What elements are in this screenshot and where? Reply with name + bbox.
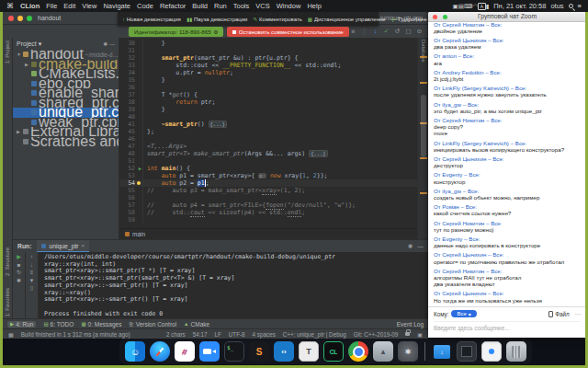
close-button[interactable] (8, 16, 14, 21)
annotate-button[interactable]: ✎Комментировать (253, 17, 301, 22)
vcs-update-icon[interactable]: ↓ (371, 28, 379, 35)
down-stack-icon[interactable]: ↓ (30, 262, 33, 268)
toolwindow-tab-cmake[interactable]: ▲CMake (184, 321, 209, 328)
run-console-output[interactable]: /Users/otus/middle-developer/course/smar… (39, 252, 428, 318)
menu-view[interactable]: View (82, 2, 96, 10)
project-panel-options-icons[interactable]: ✱ ― (103, 40, 115, 47)
search-everywhere-icon[interactable]: ⊙ (415, 28, 424, 35)
line-gutter[interactable]: 30 (119, 40, 143, 47)
minimized-window-icon[interactable] (457, 341, 477, 362)
slack-icon[interactable]: # (175, 341, 195, 362)
tree-item-handout[interactable]: ▼handout ~/middle-developer/course/sma (13, 50, 119, 60)
toolwindow-tab-6-todo[interactable]: ▤6: TODO (43, 321, 74, 328)
pause-demo-button[interactable]: ▮▮Пауза демонстрации (187, 17, 248, 22)
status-segment[interactable]: LF (214, 331, 220, 338)
menu-build[interactable]: Build (192, 2, 208, 10)
tab-favorites[interactable]: 1: Favorites (5, 288, 10, 316)
menu-refactor[interactable]: Refactor (160, 2, 186, 10)
status-segment[interactable]: Git: C++-2019-09 (354, 331, 399, 338)
scrollbar-thumb[interactable] (421, 95, 426, 157)
trash-icon[interactable] (506, 341, 526, 362)
run-header-icon[interactable]: ― (418, 243, 424, 250)
tree-item-CMakeLists.txt[interactable]: CMakeLists.txt (13, 69, 119, 79)
more-button[interactable]: •••Подробнее (391, 17, 427, 22)
tree-item-weak_ptr.cpp[interactable]: weak_ptr.cpp (13, 118, 119, 128)
stop-icon[interactable]: ■ (349, 28, 357, 35)
line-gutter[interactable]: 46 (119, 135, 143, 143)
event-log-button[interactable]: Event Log (397, 321, 424, 328)
indicator-icon[interactable]: ▣ (417, 331, 423, 338)
status-segment[interactable]: 2 chars (166, 331, 186, 338)
finder-icon[interactable]: ☺ (125, 341, 145, 362)
tab-database[interactable]: Database (421, 40, 426, 63)
stop-sharing-button[interactable]: Остановить совместное использование (227, 27, 349, 37)
menubar-user[interactable]: otus (550, 2, 563, 10)
battery-icon[interactable]: ▮ (486, 3, 490, 9)
line-gutter[interactable]: 54 (119, 179, 143, 187)
tree-item-ebo.cpp[interactable]: ebo.cpp (13, 79, 119, 89)
breadcrumb-item[interactable]: main (132, 231, 145, 237)
notification-center-icon[interactable]: ≡ (578, 2, 582, 10)
toolwindow-tab-0-messages[interactable]: ▦0: Messages (81, 321, 121, 328)
menu-code[interactable]: Code (137, 2, 153, 10)
line-gutter[interactable]: 41 (119, 121, 143, 128)
line-gutter[interactable]: 55 (119, 187, 143, 194)
line-gutter[interactable]: 51 (119, 157, 143, 165)
chat-more-button[interactable]: ··· (575, 311, 581, 317)
status-segment[interactable]: UTF-8 (229, 331, 245, 338)
line-gutter[interactable]: 39 (119, 106, 143, 113)
menu-vcs[interactable]: VCS (255, 2, 269, 10)
rollback-icon[interactable]: ↺ (393, 28, 401, 35)
diff-icon[interactable]: ▢ (404, 28, 413, 35)
menu-window[interactable]: Window (277, 2, 301, 10)
menu-edit[interactable]: Edit (63, 2, 75, 10)
tree-item-External Libraries[interactable]: ▶External Libraries (13, 127, 119, 137)
clear-icon[interactable]: ▯ (30, 285, 33, 291)
scroll-to-end-icon[interactable]: ▼ (29, 278, 35, 283)
chat-message-input[interactable]: Введите здесь сообщение... (434, 321, 581, 331)
sublime-text-icon[interactable]: S (249, 341, 269, 362)
chrome-icon[interactable] (348, 341, 368, 362)
status-segment[interactable]: 54:17 (193, 331, 208, 338)
tree-item-enable_shared_from_this.cpp[interactable]: enable_shared_from_this.cpp (13, 88, 119, 98)
zoom-icon[interactable] (199, 341, 220, 362)
up-stack-icon[interactable]: ↑ (30, 254, 33, 259)
rerun-icon[interactable]: ▶ (17, 254, 21, 259)
tree-item-cmake-build-debug[interactable]: ▶cmake-build-debug (13, 60, 119, 70)
menubar-clock[interactable]: Пн, 21 окт. 20:58 (493, 2, 546, 10)
menu-run[interactable]: Run (214, 2, 227, 10)
close-tab-icon[interactable]: × (82, 243, 85, 248)
line-gutter[interactable]: 59 (119, 216, 143, 224)
apple-menu-icon[interactable]: ⌘ (6, 2, 14, 10)
tree-item-unique_ptr.cpp[interactable]: unique_ptr.cpp (13, 108, 119, 118)
line-gutter[interactable]: 33 (119, 62, 143, 69)
line-gutter[interactable]: 31 (119, 47, 143, 54)
toolwindow-tab-9-version-control[interactable]: 9: Version Control (129, 321, 176, 328)
typora-icon[interactable]: T (299, 341, 319, 362)
line-gutter[interactable]: 37 (119, 91, 143, 98)
menu-file[interactable]: File (46, 2, 57, 10)
menu-help[interactable]: Help (307, 2, 321, 10)
tree-item-Scratches and Consoles[interactable]: Scratches and Consoles (13, 137, 119, 147)
safari-icon[interactable] (150, 341, 170, 362)
menu-navigate[interactable]: Navigate (103, 2, 130, 10)
recipient-select[interactable]: Все ▾ (451, 310, 476, 317)
remote-control-button[interactable]: ▦Дистанционное управление (308, 17, 386, 22)
attach-file-button[interactable]: Файл (548, 311, 569, 317)
line-gutter[interactable]: 38 (119, 98, 143, 106)
system-preferences-icon[interactable]: ✱ (398, 341, 418, 362)
tab-project[interactable]: 1: Project (5, 40, 10, 63)
fullscreen-button[interactable] (27, 16, 32, 21)
line-gutter[interactable]: 58 (119, 209, 143, 216)
settings-icon[interactable]: ✱ (17, 278, 21, 283)
keyboard-icon[interactable]: ⌨ (464, 3, 472, 9)
line-gutter[interactable]: 34 (119, 69, 143, 76)
new-demo-button[interactable]: ↑Новая демонстрация (122, 17, 181, 22)
line-gutter[interactable]: 36 (119, 84, 143, 91)
line-gutter[interactable]: 40 (119, 113, 143, 121)
line-gutter[interactable]: 48 (119, 150, 143, 157)
status-segment[interactable]: C++: unique_ptr | Debug (283, 331, 346, 338)
chat-messages[interactable]: От Сергей Никитин – Все:двойное удаление… (428, 22, 586, 306)
minimized-window-2-icon[interactable] (481, 341, 502, 362)
line-gutter[interactable]: 57 (119, 201, 143, 209)
